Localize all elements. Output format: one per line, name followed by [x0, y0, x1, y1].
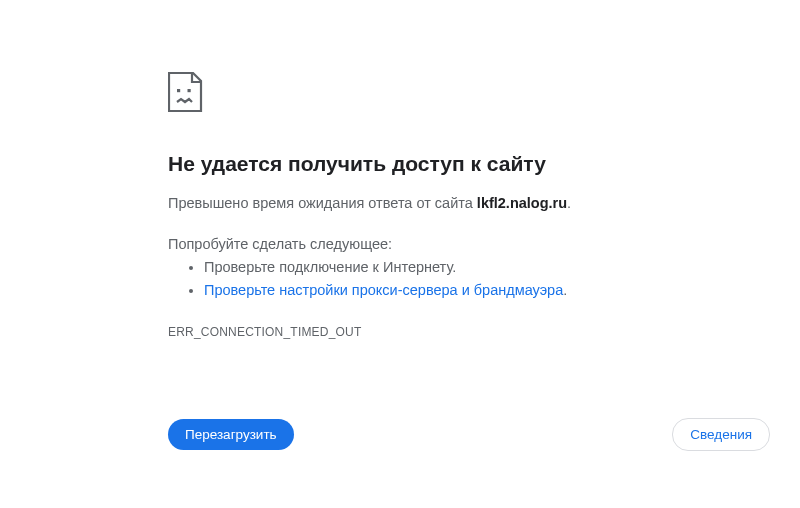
- error-code: ERR_CONNECTION_TIMED_OUT: [168, 325, 700, 339]
- error-subtext: Превышено время ожидания ответа от сайта…: [168, 192, 700, 214]
- svg-rect-0: [177, 89, 180, 92]
- list-item: Проверьте подключение к Интернету.: [204, 256, 700, 278]
- svg-rect-1: [188, 89, 191, 92]
- subtext-suffix: .: [567, 195, 571, 211]
- error-site: lkfl2.nalog.ru: [477, 195, 567, 211]
- suggestion-text: Проверьте подключение к Интернету.: [204, 259, 456, 275]
- reload-button[interactable]: Перезагрузить: [168, 419, 294, 450]
- suggestion-suffix: .: [563, 282, 567, 298]
- button-row: Перезагрузить Сведения: [168, 418, 770, 451]
- proxy-firewall-link[interactable]: Проверьте настройки прокси-сервера и бра…: [204, 282, 563, 298]
- error-heading: Не удается получить доступ к сайту: [168, 152, 700, 176]
- subtext-prefix: Превышено время ожидания ответа от сайта: [168, 195, 477, 211]
- sad-page-icon: [168, 72, 700, 116]
- list-item: Проверьте настройки прокси-сервера и бра…: [204, 279, 700, 301]
- error-page: Не удается получить доступ к сайту Превы…: [0, 0, 800, 508]
- suggestions-list: Проверьте подключение к Интернету. Прове…: [168, 256, 700, 301]
- details-button[interactable]: Сведения: [672, 418, 770, 451]
- try-label: Попробуйте сделать следующее:: [168, 236, 700, 252]
